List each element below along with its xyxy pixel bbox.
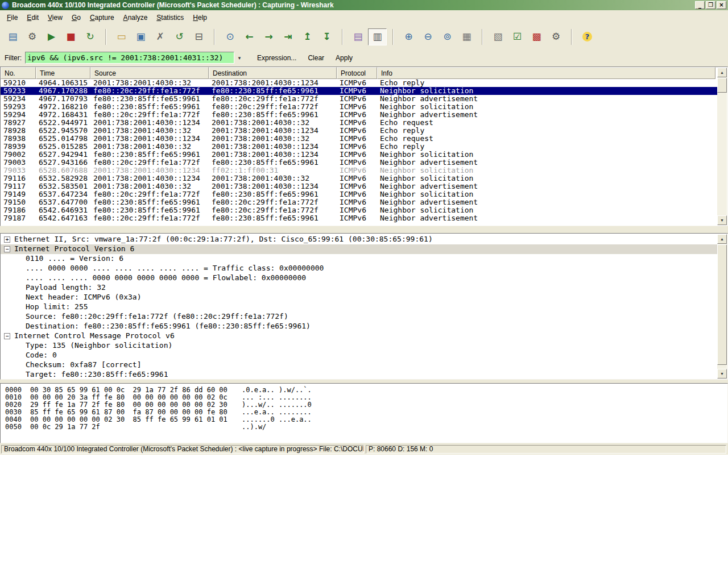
packet-row[interactable]: 789286522.9455702001:738:2001:4030::3220… — [1, 127, 718, 135]
detail-row[interactable]: −Internet Control Message Protocol v6 — [1, 331, 718, 341]
go-to-top-button[interactable]: ↥ — [298, 28, 317, 45]
help-button[interactable]: ? — [578, 28, 597, 45]
close-button[interactable]: × — [717, 1, 726, 9]
packet-source: 2001:738:2001:4030::32 — [90, 143, 209, 151]
pane-splitter-top[interactable] — [0, 226, 728, 233]
scrollbar-thumb[interactable] — [717, 244, 727, 365]
packet-info: Echo reply — [377, 143, 715, 151]
filter-dropdown-button[interactable]: ▾ — [234, 52, 245, 64]
print-button[interactable]: ⊟ — [189, 28, 208, 45]
expression-button[interactable]: Expression... — [251, 53, 302, 63]
find-packet-button[interactable]: ⊙ — [221, 28, 239, 45]
menu-edit[interactable]: Edit — [22, 11, 43, 24]
column-header-no[interactable]: No. — [1, 67, 36, 79]
packet-list-scrollbar[interactable]: ▲ ▼ — [717, 68, 727, 225]
go-forward-button[interactable]: → — [259, 28, 278, 45]
expander-expanded-icon[interactable]: − — [4, 246, 10, 252]
packet-row[interactable]: 791876542.647163fe80::20c:29ff:fe1a:772f… — [1, 214, 718, 222]
zoom-out-button[interactable]: ⊖ — [419, 28, 437, 45]
column-header-info[interactable]: Info — [377, 67, 715, 79]
packet-row[interactable]: 791176532.5835012001:738:2001:4030::3220… — [1, 182, 718, 190]
capture-start-button[interactable]: ▶ — [42, 28, 61, 45]
capture-restart-button[interactable]: ↻ — [81, 28, 100, 45]
packet-row[interactable]: 592934972.168210fe80::230:85ff:fe65:9961… — [1, 103, 718, 111]
detail-row[interactable]: Target: fe80::230:85ff:fe65:9961 — [1, 370, 718, 379]
detail-row[interactable]: 0110 .... = Version: 6 — [1, 254, 718, 264]
titlebar[interactable]: Broadcom 440x 10/100 Integrated Controll… — [0, 0, 728, 10]
minimize-button[interactable]: _ — [695, 1, 705, 9]
file-close-button[interactable]: ✗ — [151, 28, 169, 45]
menu-file[interactable]: File — [2, 11, 22, 24]
packet-row[interactable]: 592944972.168431fe80::20c:29ff:fe1a:772f… — [1, 111, 718, 119]
detail-row[interactable]: +Ethernet II, Src: vmware_1a:77:2f (00:0… — [1, 235, 718, 244]
capture-stop-button[interactable]: ■ — [61, 28, 80, 45]
detail-row[interactable]: Source: fe80::20c:29ff:fe1a:772f (fe80::… — [1, 312, 718, 322]
file-save-as-button[interactable]: ▣ — [131, 28, 150, 45]
column-header-protocol[interactable]: Protocol — [337, 67, 377, 79]
packet-row[interactable]: 791496537.647234fe80::20c:29ff:fe1a:772f… — [1, 190, 718, 198]
menubar: FileEditViewGoCaptureAnalyzeStatisticsHe… — [0, 10, 728, 24]
status-capture-info: Broadcom 440x 10/100 Integrated Controll… — [1, 445, 364, 454]
packet-row[interactable]: 592104964.1063152001:738:2001:4030::3220… — [1, 79, 718, 87]
toolbar-separator — [571, 29, 572, 45]
packet-row[interactable]: 791866542.646931fe80::230:85ff:fe65:9961… — [1, 206, 718, 214]
detail-row[interactable]: Hop limit: 255 — [1, 302, 718, 312]
capture-filters-button[interactable]: ▧ — [489, 28, 507, 45]
capture-options-button[interactable]: ⚙ — [23, 28, 42, 45]
go-to-packet-button[interactable]: ⇥ — [279, 28, 297, 45]
packet-row[interactable]: 790336528.6076882001:738:2001:4030::1234… — [1, 167, 718, 174]
display-filters-button[interactable]: ☑ — [508, 28, 527, 45]
scrollbar-thumb[interactable] — [717, 78, 727, 93]
colorize-button[interactable]: ▤ — [349, 28, 367, 45]
detail-row[interactable]: Type: 135 (Neighbor solicitation) — [1, 341, 718, 351]
packet-row[interactable]: 791506537.647700fe80::230:85ff:fe65:9961… — [1, 198, 718, 206]
column-header-source[interactable]: Source — [90, 67, 209, 79]
packet-row[interactable]: 790026527.942941fe80::230:85ff:fe65:9961… — [1, 151, 718, 159]
expander-expanded-icon[interactable]: − — [4, 333, 10, 339]
capture-interfaces-button[interactable]: ▤ — [3, 28, 22, 45]
clear-button[interactable]: Clear — [302, 53, 330, 63]
file-open-button[interactable]: ▭ — [112, 28, 131, 45]
menu-help[interactable]: Help — [188, 11, 212, 24]
packet-row[interactable]: 791166532.5829282001:738:2001:4030::1234… — [1, 174, 718, 182]
packet-row[interactable]: 789396525.0152852001:738:2001:4030::3220… — [1, 143, 718, 151]
preferences-button[interactable]: ⚙ — [547, 28, 565, 45]
detail-row[interactable]: Code: 0 — [1, 351, 718, 360]
resize-columns-button[interactable]: ▦ — [457, 28, 476, 45]
detail-row[interactable]: .... 0000 0000 .... .... .... .... .... … — [1, 264, 718, 273]
packet-row[interactable]: 592334967.170288fe80::20c:29ff:fe1a:772f… — [1, 87, 718, 95]
scroll-down-button[interactable]: ▼ — [717, 215, 727, 225]
scroll-up-button[interactable]: ▲ — [717, 68, 727, 77]
detail-row[interactable]: −Internet Protocol Version 6 — [1, 244, 718, 254]
packet-row[interactable]: 789276522.9449712001:738:2001:4030::1234… — [1, 119, 718, 127]
scroll-down-button[interactable]: ▼ — [717, 369, 727, 379]
detail-row[interactable]: Checksum: 0xfa87 [correct] — [1, 360, 718, 370]
detail-row[interactable]: Payload length: 32 — [1, 283, 718, 293]
packet-row[interactable]: 789386525.0147982001:738:2001:4030::1234… — [1, 135, 718, 143]
go-back-button[interactable]: ← — [240, 28, 259, 45]
packet-row[interactable]: 790036527.943166fe80::20c:29ff:fe1a:772f… — [1, 159, 718, 167]
scroll-up-button[interactable]: ▲ — [717, 234, 727, 244]
menu-statistics[interactable]: Statistics — [152, 11, 188, 24]
packet-row[interactable]: 592344967.170793fe80::230:85ff:fe65:9961… — [1, 95, 718, 103]
auto-scroll-button[interactable]: ▥ — [368, 28, 387, 45]
expander-collapsed-icon[interactable]: + — [4, 236, 10, 243]
coloring-rules-button[interactable]: ▩ — [527, 28, 546, 45]
reload-button[interactable]: ↺ — [170, 28, 189, 45]
go-to-bottom-button[interactable]: ↧ — [317, 28, 336, 45]
restore-button[interactable]: ❐ — [706, 1, 715, 9]
column-header-time[interactable]: Time — [36, 67, 90, 79]
menu-view[interactable]: View — [43, 11, 67, 24]
menu-analyze[interactable]: Analyze — [119, 11, 152, 24]
zoom-in-button[interactable]: ⊕ — [399, 28, 418, 45]
apply-button[interactable]: Apply — [330, 53, 358, 63]
detail-row[interactable]: .... .... .... 0000 0000 0000 0000 0000 … — [1, 273, 718, 283]
column-header-destination[interactable]: Destination — [209, 67, 337, 79]
detail-row[interactable]: Destination: fe80::230:85ff:fe65:9961 (f… — [1, 322, 718, 331]
menu-go[interactable]: Go — [67, 11, 85, 24]
details-scrollbar[interactable]: ▲ ▼ — [717, 234, 727, 379]
filter-input[interactable] — [25, 52, 234, 64]
detail-row[interactable]: Next header: ICMPv6 (0x3a) — [1, 293, 718, 302]
menu-capture[interactable]: Capture — [85, 11, 119, 24]
zoom-100-button[interactable]: ⊚ — [438, 28, 457, 45]
